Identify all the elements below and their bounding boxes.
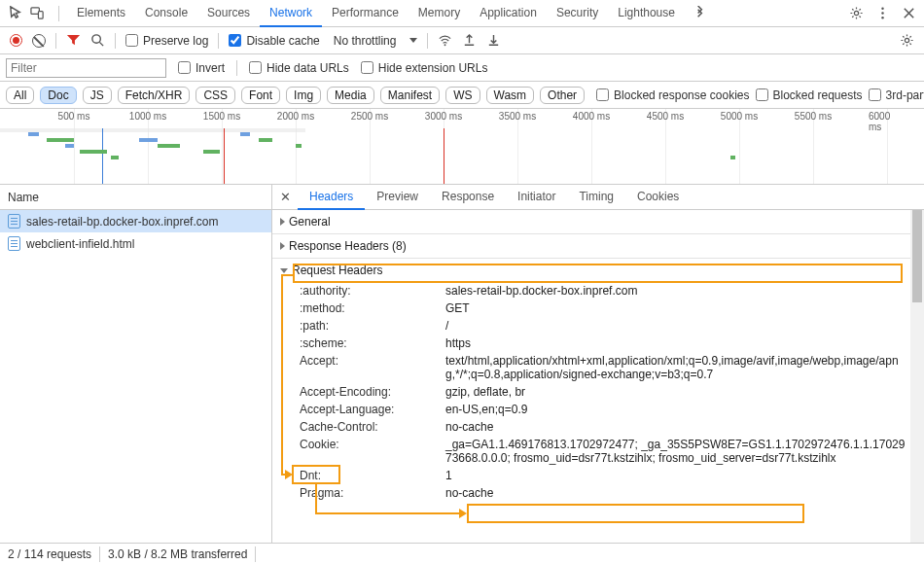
download-icon[interactable] [486, 33, 501, 48]
network-toolbar: Preserve log Disable cache No throttling [0, 27, 924, 54]
header-value: en-US,en;q=0.9 [445, 403, 924, 416]
svg-point-8 [905, 38, 908, 42]
requests-count: 2 / 114 requests [8, 547, 91, 561]
header-row: :path:/ [272, 317, 924, 335]
hide-data-urls-checkbox[interactable]: Hide data URLs [249, 61, 349, 75]
detail-tab-cookies[interactable]: Cookies [625, 185, 691, 210]
upload-icon[interactable] [462, 33, 477, 48]
close-devtools-icon[interactable] [902, 6, 916, 20]
header-key: Accept-Encoding: [300, 385, 445, 399]
header-key: Pragma: [300, 486, 445, 500]
type-pill-manifest[interactable]: Manifest [380, 87, 440, 104]
header-row: :authority:sales-retail-bp.docker-box.in… [272, 282, 924, 300]
detail-tabs: ✕ HeadersPreviewResponseInitiatorTimingC… [272, 185, 924, 210]
filter-input[interactable] [6, 58, 166, 78]
type-pill-media[interactable]: Media [327, 87, 374, 104]
main-tab-application[interactable]: Application [470, 0, 547, 27]
header-value: _ga=GA1.1.469176813.1702972477; _ga_35S5… [445, 438, 924, 465]
throttling-select[interactable]: No throttling [330, 34, 401, 48]
timeline-tick: 500 ms [58, 111, 90, 122]
preserve-log-label: Preserve log [143, 34, 208, 48]
timeline-overview[interactable]: 500 ms1000 ms1500 ms2000 ms2500 ms3000 m… [0, 109, 924, 185]
request-headers-section[interactable]: Request Headers :authority:sales-retail-… [272, 259, 924, 502]
close-details-icon[interactable]: ✕ [272, 190, 298, 204]
header-row: Cookie:_ga=GA1.1.469176813.1702972477; _… [272, 436, 924, 467]
inspect-icon[interactable] [8, 6, 22, 20]
type-pill-font[interactable]: Font [241, 87, 280, 104]
main-tab-memory[interactable]: Memory [409, 0, 470, 27]
filter-bar: Invert Hide data URLs Hide extension URL… [0, 54, 924, 82]
response-headers-section[interactable]: Response Headers (8) [272, 234, 924, 259]
svg-point-5 [881, 17, 883, 18]
svg-rect-1 [38, 12, 43, 19]
detail-tab-timing[interactable]: Timing [567, 185, 625, 210]
detail-tab-initiator[interactable]: Initiator [506, 185, 567, 210]
detail-tab-headers[interactable]: Headers [298, 185, 365, 210]
main-tab-security[interactable]: Security [547, 0, 608, 27]
request-details: ✕ HeadersPreviewResponseInitiatorTimingC… [272, 185, 924, 543]
filter-icon[interactable] [66, 33, 81, 48]
more-tabs-icon[interactable] [693, 6, 707, 20]
network-settings-gear-icon[interactable] [900, 33, 914, 48]
main-tab-lighthouse[interactable]: Lighthouse [608, 0, 685, 27]
type-pill-img[interactable]: Img [286, 87, 321, 104]
timeline-tick: 6000 ms [869, 111, 906, 132]
timeline-tick: 4500 ms [647, 111, 684, 122]
request-row[interactable]: webclient-infield.html [0, 232, 271, 255]
request-row[interactable]: sales-retail-bp.docker-box.inpref.com [0, 210, 271, 232]
request-name: webclient-infield.html [26, 237, 134, 251]
hide-ext-urls-checkbox[interactable]: Hide extension URLs [361, 61, 488, 75]
header-row: Dnt:1 [272, 467, 924, 484]
type-pill-other[interactable]: Other [540, 87, 585, 104]
header-value: GET [445, 301, 924, 315]
type-pill-all[interactable]: All [6, 87, 34, 104]
settings-gear-icon[interactable] [849, 6, 864, 20]
scrollbar-thumb[interactable] [912, 210, 922, 302]
type-pill-ws[interactable]: WS [445, 87, 480, 104]
timeline-tick: 5500 ms [795, 111, 832, 122]
svg-point-6 [92, 35, 100, 43]
kebab-menu-icon[interactable] [875, 6, 890, 20]
throttling-chevron-icon[interactable] [409, 38, 417, 43]
third-party-checkbox[interactable]: 3rd-party requests [869, 88, 924, 102]
header-value: https [445, 336, 924, 350]
name-column-header[interactable]: Name [0, 185, 271, 210]
disable-cache-checkbox[interactable]: Disable cache [229, 34, 319, 48]
main-tab-network[interactable]: Network [260, 0, 322, 27]
header-key: Accept: [300, 354, 445, 381]
main-tab-sources[interactable]: Sources [197, 0, 260, 27]
main-tab-console[interactable]: Console [135, 0, 197, 27]
detail-tab-preview[interactable]: Preview [365, 185, 430, 210]
status-bar: 2 / 114 requests 3.0 kB / 8.2 MB transfe… [0, 543, 924, 564]
type-pill-js[interactable]: JS [83, 87, 112, 104]
header-key: Cache-Control: [300, 420, 445, 434]
header-value: text/html,application/xhtml+xml,applicat… [445, 354, 924, 381]
record-button[interactable] [10, 34, 22, 47]
general-section[interactable]: General [272, 210, 924, 234]
type-pill-doc[interactable]: Doc [40, 87, 76, 104]
search-icon[interactable] [90, 33, 105, 48]
header-value: no-cache [445, 486, 924, 500]
invert-checkbox[interactable]: Invert [178, 61, 225, 75]
blocked-cookies-checkbox[interactable]: Blocked response cookies [596, 88, 749, 102]
header-key: Dnt: [300, 469, 445, 482]
type-pill-css[interactable]: CSS [195, 87, 235, 104]
disable-cache-label: Disable cache [246, 34, 319, 48]
timeline-tick: 4000 ms [573, 111, 610, 122]
device-toggle-icon[interactable] [30, 6, 45, 20]
document-icon [8, 236, 20, 251]
clear-button[interactable] [32, 34, 46, 48]
devtools-top-bar: ElementsConsoleSourcesNetworkPerformance… [0, 0, 924, 27]
type-pill-fetch-xhr[interactable]: Fetch/XHR [118, 87, 191, 104]
main-tab-performance[interactable]: Performance [322, 0, 409, 27]
detail-tab-response[interactable]: Response [430, 185, 506, 210]
timeline-tick: 3000 ms [425, 111, 462, 122]
preserve-log-checkbox[interactable]: Preserve log [125, 34, 208, 48]
blocked-requests-checkbox[interactable]: Blocked requests [756, 88, 863, 102]
header-key: :scheme: [300, 336, 445, 350]
main-tab-elements[interactable]: Elements [67, 0, 135, 27]
type-pill-wasm[interactable]: Wasm [486, 87, 535, 104]
wifi-icon[interactable] [438, 33, 452, 48]
header-value: sales-retail-bp.docker-box.inpref.com [445, 284, 924, 298]
header-key: :path: [300, 319, 445, 333]
